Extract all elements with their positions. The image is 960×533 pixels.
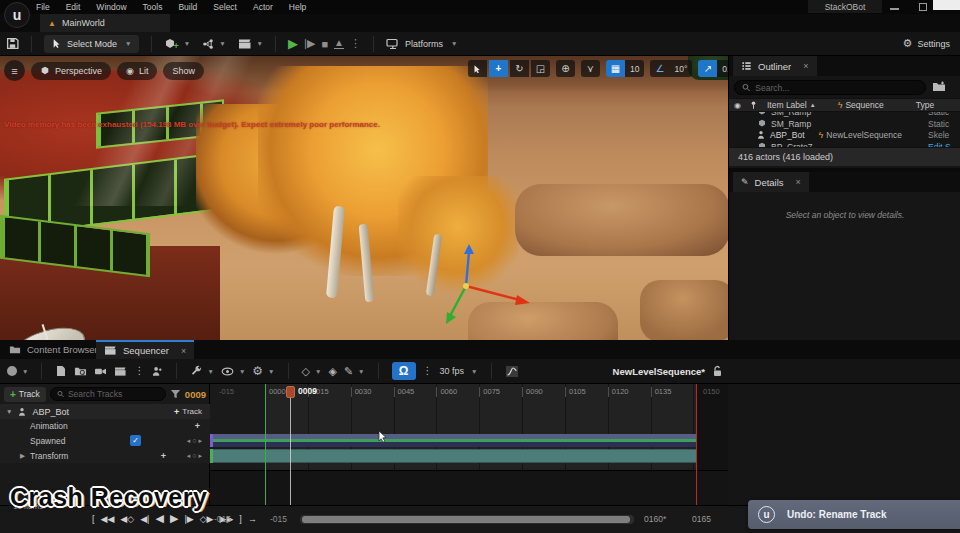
move-tool-button[interactable]: + — [489, 60, 508, 77]
add-transform-key-icon[interactable]: + — [161, 451, 166, 461]
work-range-end[interactable]: 0160* — [644, 514, 666, 524]
tab-outliner[interactable]: Outliner × — [733, 56, 817, 76]
blueprints-button[interactable]: ▼ — [202, 38, 225, 50]
show-dropdown[interactable]: Show — [163, 62, 204, 80]
eject-button[interactable]: ▲ — [334, 38, 344, 49]
sequence-save-dropdown[interactable]: ▼ — [7, 366, 28, 376]
transform-track-band[interactable] — [210, 449, 697, 463]
menu-window[interactable]: Window — [96, 2, 126, 12]
select-tool-button[interactable] — [468, 60, 487, 77]
view-options-dropdown[interactable]: ▼ — [221, 366, 245, 377]
close-icon[interactable]: × — [803, 61, 808, 71]
outliner-search-input[interactable] — [755, 83, 918, 93]
transport-next-key[interactable]: ◇▶ — [200, 514, 214, 524]
play-options-dots-icon[interactable]: ⋮ — [350, 37, 361, 50]
track-row-abp-bot[interactable]: ▼ ABP_Bot + Track — [0, 404, 210, 419]
lit-dropdown[interactable]: ◉ Lit — [117, 62, 157, 80]
transport-play-reverse[interactable]: ◀ — [155, 512, 163, 525]
playhead-marker[interactable] — [286, 386, 295, 398]
playback-options-dropdown[interactable]: ⚙ ▼ — [252, 365, 274, 377]
save-icon[interactable] — [6, 37, 19, 50]
spawned-track-band[interactable] — [210, 434, 697, 447]
sequencer-timeline[interactable]: -015 0000 0015 0030 0045 0060 0075 0090 … — [210, 384, 728, 505]
scale-tool-button[interactable]: ◲ — [531, 60, 550, 77]
rotate-tool-button[interactable]: ↻ — [510, 60, 529, 77]
close-icon[interactable]: × — [796, 177, 801, 187]
camera-icon[interactable] — [94, 366, 107, 377]
rotation-snap-icon[interactable]: ∠ — [650, 60, 669, 77]
settings-dropdown[interactable]: ⚙ Settings — [903, 37, 950, 50]
collapsed-arrow-icon[interactable]: ▶ — [20, 452, 25, 460]
transport-loop-mode[interactable]: → — [248, 514, 257, 524]
rotation-snap-value[interactable]: 10° — [669, 60, 692, 77]
transform-gizmo[interactable] — [408, 242, 538, 326]
create-folder-icon[interactable] — [932, 80, 946, 93]
abp-add-track-button[interactable]: + Track — [174, 407, 202, 417]
stop-button[interactable]: ■ — [321, 38, 328, 50]
view-range-end[interactable]: 0165 — [692, 514, 711, 524]
outliner-row[interactable]: SM_Ramp Static — [729, 118, 960, 129]
view-range-start[interactable]: -015 — [214, 514, 231, 524]
outliner-search[interactable] — [734, 80, 926, 95]
minimize-button[interactable] — [890, 8, 899, 10]
menu-select[interactable]: Select — [213, 2, 237, 12]
lock-icon[interactable] — [712, 365, 723, 377]
menu-edit[interactable]: Edit — [66, 2, 81, 12]
outliner-row[interactable]: SM_Ramp Static — [729, 112, 960, 117]
track-row-spawned[interactable]: Spawned ✓ ◂○▸ — [0, 433, 210, 448]
surface-snap-button[interactable]: ⋎ — [581, 60, 600, 77]
platforms-dropdown[interactable]: Platforms ▼ — [386, 38, 457, 50]
cinematics-button[interactable]: ▼ — [238, 38, 263, 50]
add-actor-to-sequencer-icon[interactable] — [151, 366, 163, 377]
perspective-dropdown[interactable]: Perspective — [31, 62, 111, 80]
current-frame-field[interactable]: 0009 — [185, 389, 206, 400]
play-button[interactable]: ▶ — [288, 36, 298, 51]
track-search[interactable] — [50, 387, 166, 401]
add-actor-button[interactable]: + ▼ — [164, 36, 190, 51]
add-animation-icon[interactable]: + — [195, 421, 200, 431]
transform-keyframe-nav[interactable]: ◂○▸ — [187, 452, 202, 460]
close-icon[interactable]: × — [181, 346, 186, 356]
menu-tools[interactable]: Tools — [143, 2, 163, 12]
tab-sequencer[interactable]: Sequencer × — [96, 340, 194, 359]
snap-magnet-toggle[interactable]: Ω — [392, 362, 416, 380]
spawned-checkbox[interactable]: ✓ — [130, 435, 141, 446]
column-sequence[interactable]: Sequence — [845, 100, 883, 110]
transport-step-back[interactable]: ◀| — [140, 514, 149, 524]
spawned-keyframe-nav[interactable]: ◂○▸ — [187, 437, 202, 445]
visibility-column-icon[interactable]: ◉ — [734, 101, 741, 110]
transport-step-forward[interactable]: |▶ — [184, 514, 193, 524]
step-frame-button[interactable]: |▶ — [304, 37, 315, 50]
select-mode-dropdown[interactable]: Select Mode ▼ — [44, 35, 139, 53]
timeline-scrollbar-thumb[interactable] — [302, 516, 630, 523]
scale-snap-icon[interactable]: ↗ — [698, 60, 717, 77]
fps-dropdown[interactable]: 30 fps ▼ — [440, 366, 478, 376]
timeline-scrollbar-track[interactable] — [300, 515, 634, 524]
snap-options-dots-icon[interactable]: ⋮ — [423, 366, 433, 376]
scale-snap-value[interactable]: 0.25 — [717, 60, 728, 77]
transport-jump-start[interactable]: [ — [92, 514, 95, 524]
track-row-animation[interactable]: Animation + — [0, 419, 210, 433]
sequence-title[interactable]: NewLevelSequence* — [613, 366, 705, 377]
render-movie-icon[interactable] — [114, 366, 127, 377]
menu-help[interactable]: Help — [289, 2, 306, 12]
transport-play[interactable]: ▶ — [170, 512, 178, 525]
curve-editor-button[interactable] — [505, 365, 519, 378]
expand-arrow-icon[interactable]: ▼ — [6, 408, 12, 415]
menu-actor[interactable]: Actor — [253, 2, 273, 12]
tab-mainworld[interactable]: ▲ MainWorld — [40, 14, 170, 32]
work-range-start[interactable]: -015 — [270, 514, 287, 524]
track-row-transform[interactable]: ▶ Transform + ◂○▸ — [0, 448, 210, 463]
options-dots-icon[interactable]: ⋮ — [134, 366, 144, 376]
menu-file[interactable]: File — [36, 2, 50, 12]
transport-prev-frame-fast[interactable]: ◀◀ — [101, 514, 115, 524]
add-track-button[interactable]: + Track — [4, 387, 46, 402]
menu-build[interactable]: Build — [178, 2, 197, 12]
filter-icon[interactable] — [170, 389, 181, 399]
viewport-options-menu[interactable]: ≡ — [4, 60, 25, 81]
transport-prev-key[interactable]: ◀◇ — [120, 514, 134, 524]
curve-channels-dropdown[interactable]: ✎ ▼ — [344, 366, 365, 377]
restore-button[interactable] — [919, 3, 927, 11]
create-sequence-icon[interactable] — [55, 365, 67, 377]
keyframe-options-dropdown[interactable]: ◇ ▼ — [302, 366, 322, 377]
